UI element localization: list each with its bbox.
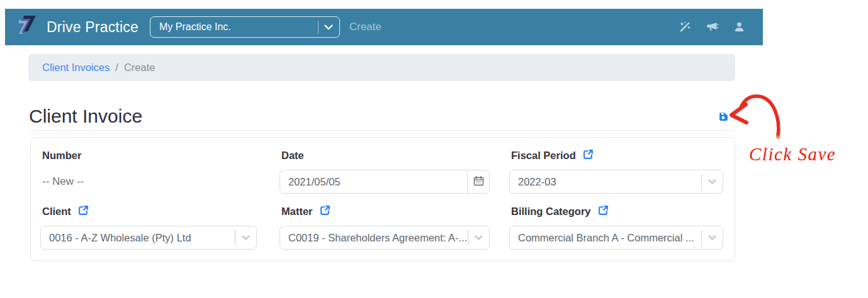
save-button[interactable] (718, 111, 730, 123)
field-date: Date 2021/05/05 (279, 149, 509, 194)
drive-practice-logo-icon (15, 14, 40, 40)
client-select[interactable]: 0016 - A-Z Wholesale (Pty) Ltd (40, 226, 257, 250)
date-label: Date (281, 149, 509, 162)
calendar-icon (473, 175, 484, 189)
breadcrumb: Client Invoices / Create (28, 54, 735, 81)
date-picker-button[interactable] (467, 170, 489, 193)
floppy-disk-icon (718, 113, 729, 124)
field-number: Number -- New -- (40, 149, 279, 194)
navbar-actions (679, 21, 763, 33)
megaphone-icon[interactable] (706, 21, 719, 33)
field-client: Client 0016 - A-Z Wholesale (Pty) Ltd (40, 205, 279, 250)
form-row-1: Number -- New -- Date 2021/05/05 (40, 149, 725, 194)
client-invoice-form-card: Number -- New -- Date 2021/05/05 (30, 137, 735, 261)
external-link-icon[interactable] (78, 205, 89, 218)
field-matter: Matter C0019 - Shareholders Agreement: A… (279, 205, 509, 250)
matter-select[interactable]: C0019 - Shareholders Agreement: A-... (279, 226, 490, 250)
date-input-value: 2021/05/05 (280, 176, 467, 188)
wand-icon[interactable] (679, 21, 691, 33)
practice-selector[interactable]: My Practice Inc. (150, 16, 340, 38)
field-billing-category: Billing Category Commercial Branch A - C… (509, 205, 725, 250)
number-value: -- New -- (42, 170, 279, 194)
fiscal-period-label-text: Fiscal Period (511, 150, 576, 162)
chevron-down-icon (468, 235, 489, 240)
practice-selector-value: My Practice Inc. (159, 21, 318, 33)
number-label: Number (42, 149, 279, 162)
date-input[interactable]: 2021/05/05 (279, 170, 490, 194)
chevron-down-icon (702, 179, 723, 184)
chevron-down-icon (235, 235, 256, 240)
external-link-icon[interactable] (583, 149, 594, 162)
billing-category-value: Commercial Branch A - Commercial ... (510, 232, 701, 244)
billing-category-label: Billing Category (511, 205, 725, 218)
matter-label-text: Matter (281, 206, 313, 218)
page-title: Client Invoice (29, 106, 142, 127)
brand-name: Drive Practice (47, 19, 138, 36)
form-row-2: Client 0016 - A-Z Wholesale (Pty) Ltd (40, 205, 725, 250)
matter-label: Matter (281, 205, 509, 218)
user-icon[interactable] (733, 21, 745, 33)
nav-item-create[interactable]: Create (349, 21, 381, 33)
billing-category-select[interactable]: Commercial Branch A - Commercial ... (509, 226, 723, 250)
fiscal-period-value: 2022-03 (510, 176, 701, 188)
fiscal-period-select[interactable]: 2022-03 (509, 170, 723, 194)
client-value: 0016 - A-Z Wholesale (Pty) Ltd (41, 232, 235, 244)
header-divider (29, 130, 735, 131)
breadcrumb-link-client-invoices[interactable]: Client Invoices (42, 62, 110, 74)
chevron-down-icon (702, 235, 723, 240)
top-navbar: Drive Practice My Practice Inc. Create (5, 9, 763, 45)
matter-value: C0019 - Shareholders Agreement: A-... (280, 232, 468, 244)
breadcrumb-separator: / (115, 62, 118, 74)
brand: Drive Practice (5, 14, 138, 40)
external-link-icon[interactable] (320, 205, 330, 218)
annotation-text: Click Save (749, 144, 836, 165)
selector-divider (318, 21, 318, 33)
field-fiscal-period: Fiscal Period 2022-03 (509, 149, 725, 194)
client-label: Client (42, 205, 279, 218)
breadcrumb-current: Create (124, 62, 155, 74)
billing-category-label-text: Billing Category (511, 206, 591, 218)
external-link-icon[interactable] (598, 205, 609, 218)
chevron-down-icon (324, 21, 333, 33)
fiscal-period-label: Fiscal Period (511, 149, 725, 162)
client-label-text: Client (42, 206, 71, 218)
